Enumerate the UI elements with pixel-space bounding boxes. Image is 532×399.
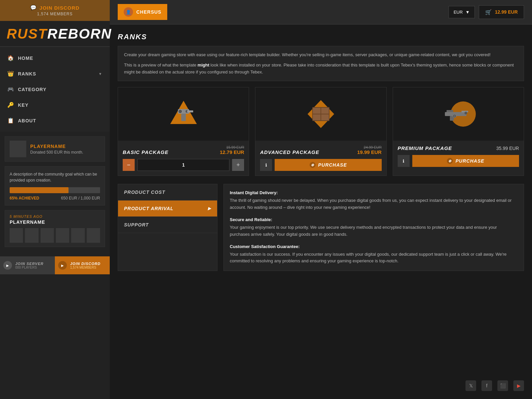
cart-icon: 🛒 <box>485 9 492 15</box>
premium-purchase-button[interactable]: ⊕ PURCHASE <box>412 155 519 167</box>
advanced-package-controls: ℹ ⊕ PURCHASE <box>260 159 381 171</box>
satisfaction-guarantee-title: Customer Satisfaction Guarantee: <box>230 244 518 249</box>
mini-avatars-row <box>10 228 100 243</box>
discord-label: JOIN DISCORD <box>40 5 79 11</box>
description-line1: Create your dream gaming store with ease… <box>124 52 518 59</box>
advanced-weapon-svg <box>303 97 339 131</box>
premium-package-price: 35.99 EUR <box>496 146 519 151</box>
right-panel: Instant Digital Delivery: The thrill of … <box>223 184 524 271</box>
join-server-label: JOIN SERVER <box>15 262 44 266</box>
logo-area: RUSTREBORN <box>0 21 110 46</box>
advanced-new-price: 19.99 EUR <box>357 149 381 155</box>
basic-package-image <box>118 87 249 141</box>
goal-stats: 65% ACHIEVED 650 EUR / 1,000 EUR <box>10 196 100 200</box>
advanced-package-image <box>255 87 386 141</box>
discord-icon: 💬 <box>30 5 37 11</box>
description-box: Create your dream gaming store with ease… <box>118 46 524 81</box>
premium-package-card: PREMIUM PACKAGE 35.99 EUR ℹ ⊕ PURCHASE <box>393 87 524 176</box>
premium-package-info: PREMIUM PACKAGE 35.99 EUR ℹ ⊕ PURCHASE <box>393 141 524 172</box>
premium-info-button[interactable]: ℹ <box>398 155 410 167</box>
twitch-icon[interactable]: ⬛ <box>497 380 508 391</box>
description-line2: This is a preview of what the template m… <box>124 62 518 76</box>
basic-old-price: 15.99 EUR <box>220 145 244 149</box>
ranks-icon: 👑 <box>7 70 14 77</box>
premium-package-name: PREMIUM PACKAGE <box>398 145 452 151</box>
sidebar-item-ranks[interactable]: 👑 RANKS ▼ <box>0 66 110 81</box>
advanced-package-price: 24.99 EUR 19.99 EUR <box>357 145 381 155</box>
progress-bar-fill <box>10 187 68 193</box>
secure-reliable-title: Secure and Reliable: <box>230 217 518 222</box>
currency-label: EUR <box>454 10 463 15</box>
user-button[interactable]: 👤 CHERSUS <box>118 4 167 20</box>
mini-avatar <box>87 228 100 243</box>
advanced-info-button[interactable]: ℹ <box>260 159 272 171</box>
goal-amount-label: 650 EUR / 1,000 EUR <box>61 196 100 200</box>
facebook-icon[interactable]: f <box>481 380 492 391</box>
product-arrival-item[interactable]: PRODUCT ARRIVAL ▶ <box>118 200 217 217</box>
quantity-decrease-button[interactable]: − <box>123 159 135 171</box>
discord-footer-icon: ▶ <box>58 261 67 270</box>
basic-package-card: BASIC PACKAGE 15.99 EUR 12.79 EUR − + <box>118 87 249 176</box>
quantity-increase-button[interactable]: + <box>232 159 244 171</box>
support-label: SUPPORT <box>124 222 149 227</box>
page-title-section: RANKS Create your dream gaming store wit… <box>118 33 524 81</box>
join-discord-footer-members: 1,574 MEMBERS <box>70 266 100 269</box>
premium-package-img-placeholder <box>438 94 478 134</box>
twitter-icon[interactable]: 𝕏 <box>466 380 476 391</box>
basic-package-info: BASIC PACKAGE 15.99 EUR 12.79 EUR − + <box>118 141 249 176</box>
product-cost-label: PRODUCT COST <box>124 190 165 195</box>
packages-grid: BASIC PACKAGE 15.99 EUR 12.79 EUR − + <box>118 87 524 176</box>
instant-delivery-title: Instant Digital Delivery: <box>230 190 518 195</box>
header: 👤 CHERSUS EUR ▼ 🛒 12.99 EUR <box>110 0 532 25</box>
description-pre: This is a preview of what the template <box>124 63 198 67</box>
sidebar-item-category[interactable]: 🎮 CATEGORY <box>0 81 110 97</box>
sidebar-item-about[interactable]: 📋 ABOUT <box>0 113 110 128</box>
join-server-button[interactable]: ▶ JOIN SERVER 000 PLAYERS <box>0 256 55 274</box>
goal-description: A description of the community goal whic… <box>10 171 100 183</box>
advanced-old-price: 24.99 EUR <box>357 145 381 149</box>
progress-bar-background <box>10 187 100 193</box>
premium-package-title-row: PREMIUM PACKAGE 35.99 EUR <box>398 145 519 151</box>
basic-weapon-svg <box>165 97 202 131</box>
satisfaction-guarantee-text: Your satisfaction is our success. If you… <box>230 251 518 265</box>
nav-about-label: ABOUT <box>18 118 102 123</box>
premium-package-controls: ℹ ⊕ PURCHASE <box>398 155 519 167</box>
join-discord-footer-button[interactable]: ▶ JOIN DISCORD 1,574 MEMBERS <box>55 256 110 274</box>
panel-arrow-icon: ▶ <box>208 206 211 211</box>
advanced-package-info: ADVANCED PACKAGE 24.99 EUR 19.99 EUR ℹ ⊕… <box>255 141 386 176</box>
instant-delivery-block: Instant Digital Delivery: The thrill of … <box>230 190 518 211</box>
svg-rect-2 <box>181 114 186 121</box>
donor-name: PLAYERNAME <box>10 219 100 225</box>
youtube-icon[interactable]: ▶ <box>513 380 524 391</box>
product-cost-item[interactable]: PRODUCT COST <box>118 184 217 200</box>
quantity-input[interactable] <box>137 159 229 171</box>
product-arrival-label: PRODUCT ARRIVAL <box>124 206 174 211</box>
donator-desc: Donated 500 EUR this month. <box>30 150 83 155</box>
avatar <box>10 141 26 157</box>
content-area: RANKS Create your dream gaming store wit… <box>110 25 532 399</box>
nav-category-label: CATEGORY <box>18 87 102 92</box>
cart-button[interactable]: 🛒 12.99 EUR <box>479 5 524 19</box>
sidebar: 💬 JOIN DISCORD 1,574 MEMBERS RUSTREBORN … <box>0 0 110 399</box>
goal-achieved-label: 65% ACHIEVED <box>10 196 39 200</box>
secure-reliable-text: Your gaming enjoyment is our top priorit… <box>230 224 518 238</box>
mini-avatar <box>41 228 54 243</box>
support-item[interactable]: SUPPORT <box>118 217 217 233</box>
advanced-package-img-placeholder <box>301 94 341 134</box>
currency-selector[interactable]: EUR ▼ <box>449 6 474 18</box>
bottom-section: PRODUCT COST PRODUCT ARRIVAL ▶ SUPPORT I… <box>118 184 524 271</box>
user-icon: 👤 <box>124 7 133 17</box>
advanced-package-title-row: ADVANCED PACKAGE 24.99 EUR 19.99 EUR <box>260 145 381 155</box>
advanced-purchase-button[interactable]: ⊕ PURCHASE <box>275 159 381 171</box>
sidebar-item-key[interactable]: 🔑 KEY <box>0 97 110 113</box>
nav-ranks-label: RANKS <box>18 71 94 76</box>
key-icon: 🔑 <box>7 102 14 108</box>
advanced-package-name: ADVANCED PACKAGE <box>260 149 319 155</box>
cart-amount: 12.99 EUR <box>495 9 518 15</box>
sidebar-item-home[interactable]: 🏠 HOME <box>0 50 110 66</box>
svg-point-3 <box>178 109 182 113</box>
basic-new-price: 12.79 EUR <box>220 149 244 155</box>
mini-avatar <box>71 228 84 243</box>
premium-single-price: 35.99 EUR <box>496 146 519 151</box>
discord-banner[interactable]: 💬 JOIN DISCORD 1,574 MEMBERS <box>0 0 110 21</box>
